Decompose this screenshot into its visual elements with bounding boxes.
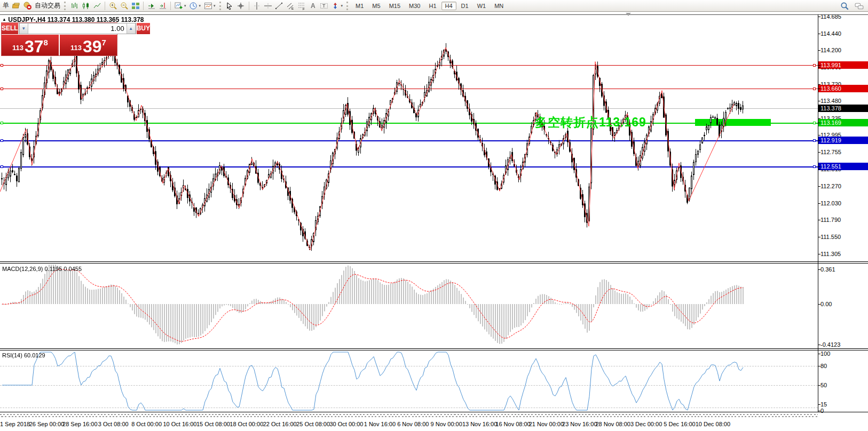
volume-decrease-button[interactable]: ▼ xyxy=(19,23,28,34)
horizontal-line-icon[interactable] xyxy=(263,1,273,11)
price-axis-border xyxy=(818,14,818,412)
fibonacci-icon[interactable]: F xyxy=(297,1,307,11)
timeframe-h1[interactable]: H1 xyxy=(425,2,440,10)
periods-dropdown-icon[interactable]: ▾ xyxy=(199,4,201,8)
volume-input[interactable] xyxy=(28,23,127,34)
equidistant-channel-icon[interactable]: E xyxy=(286,1,296,11)
zoom-out-icon[interactable] xyxy=(119,1,129,11)
title-arrow-icon: ▲ xyxy=(2,17,6,22)
timeframe-m15[interactable]: M15 xyxy=(385,2,404,10)
timeframe-m1[interactable]: M1 xyxy=(352,2,367,10)
svg-text:T: T xyxy=(322,3,326,9)
sell-price-big: 37 xyxy=(25,39,44,54)
chart-top-border xyxy=(0,14,868,15)
arrows-icon[interactable] xyxy=(330,1,341,11)
label-icon[interactable]: T xyxy=(319,1,329,11)
toolbar-separator xyxy=(143,2,144,10)
pivot-annotation[interactable]: 多空转折点113.169 xyxy=(535,114,646,131)
timeframe-m30[interactable]: M30 xyxy=(405,2,424,10)
sell-price-pip: 8 xyxy=(44,38,48,47)
sell-button[interactable]: SELL xyxy=(2,23,18,34)
arrows-dropdown-icon[interactable]: ▾ xyxy=(341,4,343,8)
toolbar-separator xyxy=(249,2,249,10)
search-icon[interactable] xyxy=(840,1,850,11)
timeframe-w1[interactable]: W1 xyxy=(474,2,490,10)
autotrade-label[interactable]: 自动交易 xyxy=(35,1,60,10)
new-order-icon[interactable] xyxy=(11,1,21,11)
templates-dropdown-icon[interactable]: ▾ xyxy=(214,4,216,8)
panel-separator[interactable] xyxy=(0,348,868,349)
timeframe-mn[interactable]: MN xyxy=(491,2,507,10)
rsi-label: RSI(14) 60.0129 xyxy=(2,352,45,358)
chart-shift-icon[interactable] xyxy=(157,1,168,11)
bar-chart-icon[interactable] xyxy=(69,1,80,11)
panel-separator[interactable] xyxy=(0,261,868,262)
tile-windows-icon[interactable] xyxy=(130,1,140,11)
indicators-dropdown-icon[interactable]: ▾ xyxy=(184,4,186,8)
buy-price-big: 39 xyxy=(83,39,102,54)
one-click-trade-panel: SELL ▼ ▲ BUY 113 37 8 113 39 7 xyxy=(1,22,117,56)
timeframe-m5[interactable]: M5 xyxy=(368,2,384,10)
buy-price-prefix: 113 xyxy=(70,44,82,52)
chart-canvas[interactable] xyxy=(0,0,868,431)
toolbar-grip xyxy=(64,2,67,10)
toolbar-separator xyxy=(170,2,171,10)
panel-separator[interactable] xyxy=(0,350,868,350)
crosshair-icon[interactable] xyxy=(236,1,246,11)
toolbar-grip xyxy=(219,2,222,10)
panel-separator[interactable] xyxy=(0,263,868,264)
zoom-in-icon[interactable] xyxy=(108,1,118,11)
buy-price-pip: 7 xyxy=(102,38,106,47)
cursor-icon[interactable] xyxy=(225,1,235,11)
trendline-icon[interactable] xyxy=(274,1,285,11)
text-icon[interactable]: A xyxy=(308,1,318,11)
timeframe-h4[interactable]: H4 xyxy=(441,2,456,10)
toolbar-grip xyxy=(346,2,349,10)
volume-increase-button[interactable]: ▲ xyxy=(127,23,136,34)
toolbar: 单 自动交易 ▾ ▾ ▾ E F A T ▾ M1M5M15M30H1H4D1W… xyxy=(0,0,868,12)
toolbar-right-group xyxy=(839,1,865,11)
toolbar-separator xyxy=(105,2,105,10)
svg-text:E: E xyxy=(291,7,294,10)
templates-icon[interactable] xyxy=(203,1,213,11)
timeframe-group: M1M5M15M30H1H4D1W1MN xyxy=(351,2,508,10)
indicators-add-icon[interactable] xyxy=(173,1,184,11)
autotrade-icon[interactable] xyxy=(22,1,33,11)
line-chart-icon[interactable] xyxy=(92,1,102,11)
scroll-to-end-marker[interactable] xyxy=(626,13,631,16)
buy-price[interactable]: 113 39 7 xyxy=(60,35,117,55)
volume-stepper: ▼ ▲ xyxy=(19,23,136,34)
auto-scroll-icon[interactable] xyxy=(146,1,156,11)
svg-text:A: A xyxy=(311,2,315,10)
sell-price[interactable]: 113 37 8 xyxy=(2,35,59,55)
chart-bottom-border xyxy=(0,412,868,412)
periods-clock-icon[interactable] xyxy=(188,1,199,11)
candlestick-icon[interactable] xyxy=(81,1,91,11)
timeframe-d1[interactable]: D1 xyxy=(457,2,472,10)
macd-label: MACD(12,26,9) 0.1195 0.0455 xyxy=(2,266,82,272)
vertical-line-icon[interactable] xyxy=(252,1,262,11)
buy-button[interactable]: BUY xyxy=(137,23,150,34)
order-menu-label[interactable]: 单 xyxy=(3,1,9,10)
svg-text:F: F xyxy=(303,7,305,10)
sell-price-prefix: 113 xyxy=(12,44,23,52)
chat-icon[interactable] xyxy=(854,1,864,11)
